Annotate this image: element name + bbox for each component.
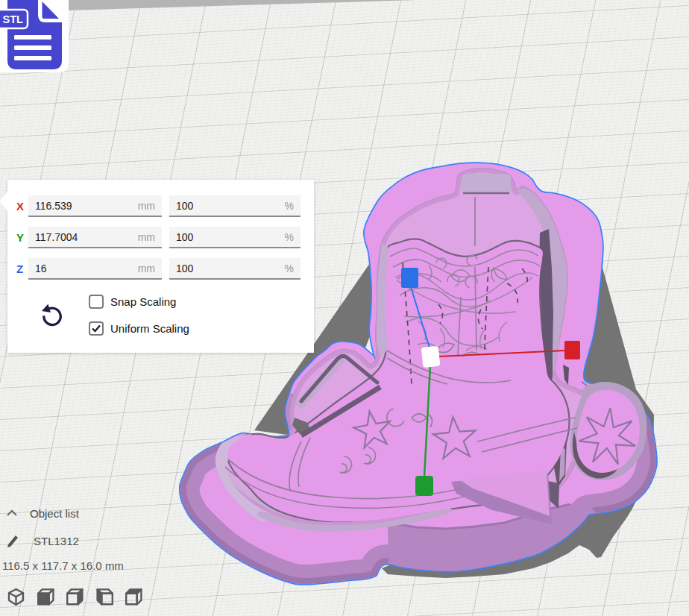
svg-text:STL: STL <box>3 13 24 25</box>
